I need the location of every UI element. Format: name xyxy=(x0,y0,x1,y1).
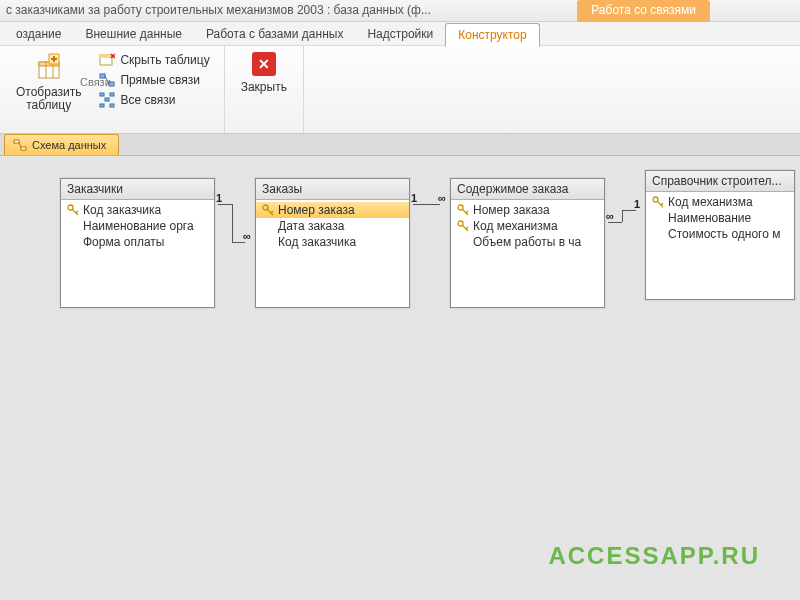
field-name: Форма оплаты xyxy=(83,235,164,249)
key-icon xyxy=(457,220,469,232)
schema-tab-label: Схема данных xyxy=(32,139,106,151)
direct-links-label: Прямые связи xyxy=(120,73,200,87)
menu-tab-0[interactable]: оздание xyxy=(4,23,73,45)
field-name: Код заказчика xyxy=(83,203,161,217)
menu-tab-1[interactable]: Внешние данные xyxy=(73,23,194,45)
all-links-button[interactable]: Все связи xyxy=(95,90,213,110)
field-name: Код заказчика xyxy=(278,235,356,249)
svg-line-36 xyxy=(661,203,663,205)
cardinality-many: ∞ xyxy=(243,230,251,242)
svg-rect-20 xyxy=(21,147,26,150)
title-text: с заказчиками за работу строительных мех… xyxy=(6,3,431,17)
field-name: Наименование орга xyxy=(83,219,194,233)
key-icon xyxy=(262,204,274,216)
hide-table-icon xyxy=(99,52,115,68)
table-header[interactable]: Заказчики xyxy=(61,179,214,200)
schema-tab[interactable]: Схема данных xyxy=(4,134,119,155)
svg-rect-19 xyxy=(14,140,19,143)
key-icon xyxy=(457,204,469,216)
title-bar: с заказчиками за работу строительных мех… xyxy=(0,0,800,22)
menu-tab-2[interactable]: Работа с базами данных xyxy=(194,23,355,45)
key-icon xyxy=(67,204,79,216)
relationship-canvas[interactable]: ACCESSAPP.RU ЗаказчикиКод заказчикаНаиме… xyxy=(0,156,800,600)
svg-rect-17 xyxy=(110,104,114,107)
field-row[interactable]: Код механизма xyxy=(451,218,604,234)
field-row[interactable]: Наименование орга xyxy=(61,218,214,234)
field-name: Номер заказа xyxy=(278,203,355,217)
contextual-tab[interactable]: Работа со связями xyxy=(577,0,710,22)
svg-line-30 xyxy=(466,211,468,213)
watermark: ACCESSAPP.RU xyxy=(548,542,760,570)
document-tab-bar: Схема данных xyxy=(0,134,800,156)
menu-tab-3[interactable]: Надстройки xyxy=(355,23,445,45)
table-3[interactable]: Справочник строител...Код механизмаНаиме… xyxy=(645,170,795,300)
field-name: Код механизма xyxy=(668,195,753,209)
key-icon xyxy=(652,196,664,208)
field-row[interactable]: Объем работы в ча xyxy=(451,234,604,250)
svg-rect-15 xyxy=(110,93,114,96)
field-row[interactable]: Дата заказа xyxy=(256,218,409,234)
ribbon-tabs: озданиеВнешние данныеРабота с базами дан… xyxy=(0,22,800,46)
svg-line-33 xyxy=(466,227,468,229)
svg-rect-8 xyxy=(100,55,112,58)
menu-tab-4[interactable]: Конструктор xyxy=(445,23,539,47)
field-row[interactable]: Код заказчика xyxy=(61,202,214,218)
field-name: Номер заказа xyxy=(473,203,550,217)
table-header[interactable]: Заказы xyxy=(256,179,409,200)
all-links-label: Все связи xyxy=(120,93,175,107)
hide-table-button[interactable]: Скрыть таблицу xyxy=(95,50,213,70)
field-name: Дата заказа xyxy=(278,219,344,233)
relationships-icon xyxy=(13,138,27,152)
svg-rect-14 xyxy=(100,93,104,96)
svg-line-27 xyxy=(271,211,273,213)
show-table-label: Отобразить таблицу xyxy=(16,86,81,112)
cardinality-one: 1 xyxy=(634,198,640,210)
ribbon: Отобразить таблицу Скрыть таблицу Прямые… xyxy=(0,46,800,134)
table-plus-icon xyxy=(33,52,65,84)
field-row[interactable]: Номер заказа xyxy=(256,202,409,218)
show-table-button[interactable]: Отобразить таблицу xyxy=(10,50,87,114)
field-name: Стоимость одного м xyxy=(668,227,781,241)
svg-line-24 xyxy=(76,211,78,213)
hide-table-label: Скрыть таблицу xyxy=(120,53,209,67)
cardinality-one: 1 xyxy=(411,192,417,204)
svg-rect-16 xyxy=(100,104,104,107)
ribbon-group-close: ✕ Закрыть xyxy=(225,46,304,133)
table-1[interactable]: ЗаказыНомер заказаДата заказаКод заказчи… xyxy=(255,178,410,308)
svg-rect-18 xyxy=(105,98,109,101)
table-header[interactable]: Содержимое заказа xyxy=(451,179,604,200)
close-icon: ✕ xyxy=(252,52,276,76)
close-label: Закрыть xyxy=(241,80,287,94)
field-name: Код механизма xyxy=(473,219,558,233)
links-group-label: Связи xyxy=(80,76,111,88)
table-0[interactable]: ЗаказчикиКод заказчикаНаименование оргаФ… xyxy=(60,178,215,308)
cardinality-one: 1 xyxy=(216,192,222,204)
field-row[interactable]: Код заказчика xyxy=(256,234,409,250)
all-links-icon xyxy=(99,92,115,108)
contextual-tab-label: Работа со связями xyxy=(591,3,696,17)
field-row[interactable]: Код механизма xyxy=(646,194,794,210)
field-row[interactable]: Наименование xyxy=(646,210,794,226)
field-row[interactable]: Форма оплаты xyxy=(61,234,214,250)
close-button[interactable]: ✕ Закрыть xyxy=(235,50,293,96)
field-row[interactable]: Номер заказа xyxy=(451,202,604,218)
table-header[interactable]: Справочник строител... xyxy=(646,171,794,192)
field-name: Объем работы в ча xyxy=(473,235,581,249)
cardinality-many: ∞ xyxy=(438,192,446,204)
table-2[interactable]: Содержимое заказаНомер заказаКод механиз… xyxy=(450,178,605,308)
cardinality-many: ∞ xyxy=(606,210,614,222)
field-name: Наименование xyxy=(668,211,751,225)
field-row[interactable]: Стоимость одного м xyxy=(646,226,794,242)
svg-line-21 xyxy=(19,142,21,148)
direct-links-button[interactable]: Прямые связи xyxy=(95,70,213,90)
ribbon-group-links: Отобразить таблицу Скрыть таблицу Прямые… xyxy=(0,46,225,133)
